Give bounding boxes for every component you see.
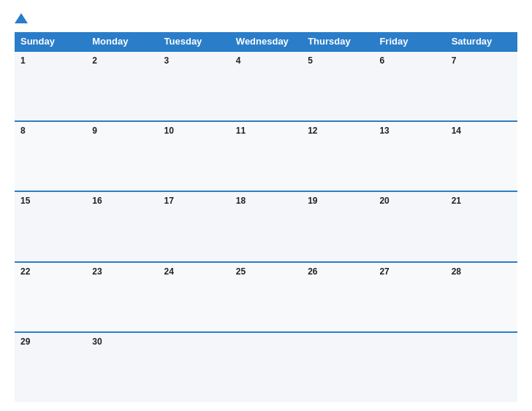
logo-triangle-icon bbox=[15, 13, 28, 23]
weekday-header-saturday: Saturday bbox=[446, 32, 517, 51]
weekday-header-sunday: Sunday bbox=[15, 32, 86, 51]
logo bbox=[15, 13, 31, 23]
day-cell: 27 bbox=[373, 262, 445, 332]
day-cell: 12 bbox=[302, 121, 373, 191]
day-number: 13 bbox=[379, 126, 389, 136]
day-cell: 16 bbox=[86, 191, 158, 261]
day-number: 16 bbox=[92, 196, 102, 206]
day-number: 1 bbox=[20, 55, 26, 66]
week-row-1: 1234567 bbox=[15, 51, 517, 121]
day-number: 27 bbox=[379, 266, 389, 277]
day-cell: 29 bbox=[15, 332, 86, 402]
day-number: 21 bbox=[452, 196, 461, 206]
day-cell: 30 bbox=[86, 332, 158, 402]
day-number: 30 bbox=[92, 337, 102, 347]
day-number: 9 bbox=[92, 126, 97, 136]
day-cell bbox=[373, 332, 445, 402]
day-number: 12 bbox=[308, 126, 317, 136]
day-cell bbox=[302, 332, 373, 402]
weekday-header-thursday: Thursday bbox=[302, 32, 373, 51]
day-number: 3 bbox=[164, 55, 170, 66]
day-cell: 23 bbox=[86, 262, 158, 332]
day-cell: 20 bbox=[373, 191, 445, 261]
week-row-4: 22232425262728 bbox=[15, 262, 517, 332]
weekday-header-monday: Monday bbox=[86, 32, 158, 51]
header bbox=[15, 13, 517, 23]
day-cell: 18 bbox=[230, 191, 302, 261]
day-cell bbox=[159, 332, 230, 402]
day-number: 17 bbox=[164, 196, 174, 206]
day-number: 10 bbox=[164, 126, 174, 136]
day-number: 29 bbox=[20, 337, 30, 347]
day-cell: 8 bbox=[15, 121, 86, 191]
day-cell: 19 bbox=[302, 191, 373, 261]
day-cell: 6 bbox=[373, 51, 445, 121]
day-cell: 26 bbox=[302, 262, 373, 332]
day-cell: 1 bbox=[15, 51, 86, 121]
day-cell: 5 bbox=[302, 51, 373, 121]
day-number: 18 bbox=[236, 196, 246, 206]
day-cell: 25 bbox=[230, 262, 302, 332]
day-number: 14 bbox=[452, 126, 461, 136]
day-cell: 13 bbox=[373, 121, 445, 191]
day-number: 11 bbox=[236, 126, 246, 136]
day-cell: 7 bbox=[446, 51, 517, 121]
day-cell: 24 bbox=[159, 262, 230, 332]
day-cell: 3 bbox=[159, 51, 230, 121]
logo-blue-row bbox=[15, 13, 31, 23]
day-number: 23 bbox=[92, 266, 102, 277]
day-cell: 9 bbox=[86, 121, 158, 191]
day-cell: 21 bbox=[446, 191, 517, 261]
week-row-3: 15161718192021 bbox=[15, 191, 517, 261]
day-number: 28 bbox=[452, 266, 461, 277]
day-number: 15 bbox=[20, 196, 30, 206]
day-cell: 15 bbox=[15, 191, 86, 261]
day-number: 25 bbox=[236, 266, 246, 277]
weekday-header-friday: Friday bbox=[373, 32, 445, 51]
day-number: 7 bbox=[452, 55, 457, 66]
day-cell bbox=[230, 332, 302, 402]
weekday-header-row: SundayMondayTuesdayWednesdayThursdayFrid… bbox=[15, 32, 517, 51]
day-cell: 2 bbox=[86, 51, 158, 121]
calendar-table: SundayMondayTuesdayWednesdayThursdayFrid… bbox=[15, 32, 517, 402]
week-row-2: 891011121314 bbox=[15, 121, 517, 191]
day-number: 24 bbox=[164, 266, 174, 277]
day-number: 20 bbox=[379, 196, 389, 206]
day-cell bbox=[446, 332, 517, 402]
calendar-page: SundayMondayTuesdayWednesdayThursdayFrid… bbox=[0, 0, 532, 411]
day-cell: 22 bbox=[15, 262, 86, 332]
day-number: 26 bbox=[308, 266, 317, 277]
day-number: 22 bbox=[20, 266, 30, 277]
day-number: 6 bbox=[379, 55, 384, 66]
day-number: 2 bbox=[92, 55, 97, 66]
day-cell: 17 bbox=[159, 191, 230, 261]
day-number: 4 bbox=[236, 55, 241, 66]
day-number: 5 bbox=[308, 55, 313, 66]
day-cell: 10 bbox=[159, 121, 230, 191]
weekday-header-wednesday: Wednesday bbox=[230, 32, 302, 51]
day-cell: 4 bbox=[230, 51, 302, 121]
weekday-header-tuesday: Tuesday bbox=[159, 32, 230, 51]
week-row-5: 2930 bbox=[15, 332, 517, 402]
day-number: 19 bbox=[308, 196, 317, 206]
day-cell: 11 bbox=[230, 121, 302, 191]
day-cell: 14 bbox=[446, 121, 517, 191]
day-cell: 28 bbox=[446, 262, 517, 332]
day-number: 8 bbox=[20, 126, 26, 136]
